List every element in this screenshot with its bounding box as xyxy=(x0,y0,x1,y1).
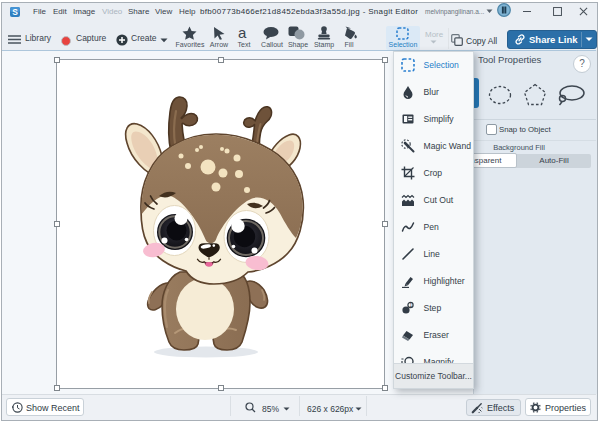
svg-text:S: S xyxy=(12,7,18,17)
